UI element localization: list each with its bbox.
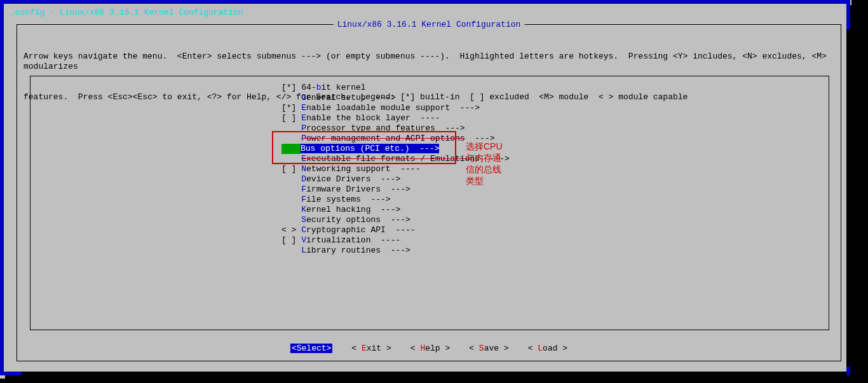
menu-item[interactable]: < > Cryptographic API ---- bbox=[281, 225, 510, 235]
shadow bbox=[850, 5, 857, 377]
menu-item[interactable]: Security options ---> bbox=[281, 215, 510, 225]
menu-list: 选择CPU与内存通信的总线类型 [*] 64-bit kernel Genera… bbox=[281, 83, 510, 256]
menu-item[interactable]: Kernel hacking ---> bbox=[281, 205, 510, 215]
help-button[interactable]: < Help > bbox=[410, 344, 450, 353]
annotation-text: 选择CPU与内存通信的总线类型 bbox=[466, 141, 510, 187]
menu-item[interactable]: [*] 64-bit kernel bbox=[281, 83, 510, 93]
menu-item[interactable]: Library routines ---> bbox=[281, 246, 510, 256]
menu-item[interactable]: Bus options (PCI etc.) ---> bbox=[281, 144, 439, 154]
select-button[interactable]: <Select> bbox=[290, 344, 332, 353]
save-button[interactable]: < Save > bbox=[469, 344, 508, 353]
panel-title: Linux/x86 3.16.1 Kernel Configuration bbox=[334, 20, 525, 29]
button-bar: <Select> < Exit > < Help > < Save > < Lo… bbox=[290, 344, 567, 353]
load-button[interactable]: < Load > bbox=[528, 344, 567, 353]
menu-item[interactable]: [ ] Virtualization ---- bbox=[281, 235, 510, 246]
menu-item[interactable]: File systems ---> bbox=[281, 195, 510, 205]
menu-item[interactable]: General setup ---> bbox=[281, 93, 510, 103]
window-title: .config - Linux/x86 3.16.1 Kernel Config… bbox=[10, 8, 243, 17]
terminal-window: .config - Linux/x86 3.16.1 Kernel Config… bbox=[0, 0, 851, 379]
menu-item[interactable]: [ ] Enable the block layer ---- bbox=[281, 113, 510, 123]
menu-item[interactable]: Processor type and features ---> bbox=[281, 123, 510, 134]
menu-area: 选择CPU与内存通信的总线类型 [*] 64-bit kernel Genera… bbox=[30, 76, 829, 330]
main-panel: Linux/x86 3.16.1 Kernel Configuration Ar… bbox=[17, 24, 841, 361]
menu-item[interactable]: [*] Enable loadable module support ---> bbox=[281, 103, 510, 113]
exit-button[interactable]: < Exit > bbox=[351, 344, 391, 353]
help-line-1: Arrow keys navigate the menu. <Enter> se… bbox=[24, 52, 834, 72]
shadow bbox=[5, 375, 857, 380]
outer-border: .config - Linux/x86 3.16.1 Kernel Config… bbox=[0, 0, 850, 375]
